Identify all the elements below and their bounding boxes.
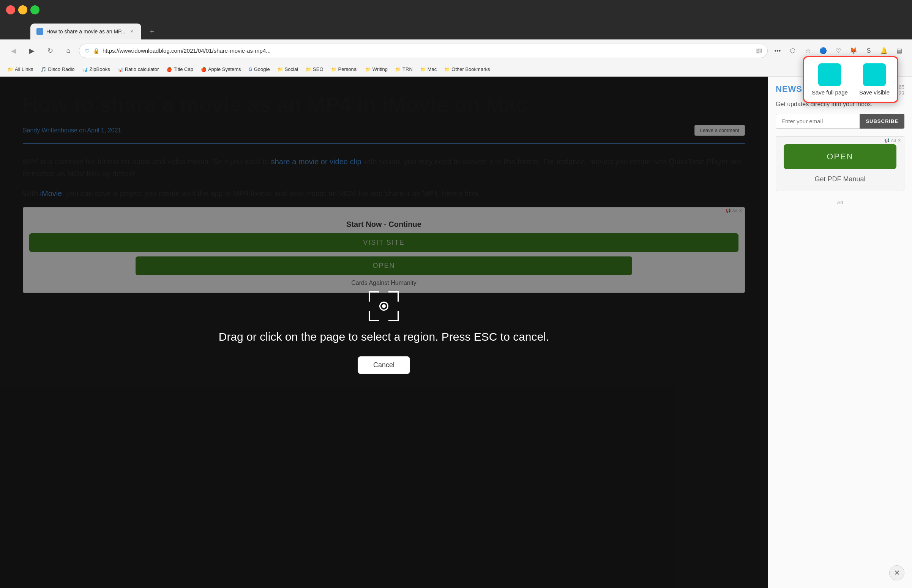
selection-overlay: Drag or click on the page to select a re… xyxy=(0,77,768,588)
bookmark-all-links[interactable]: 📁 All Links xyxy=(5,65,36,74)
forward-icon: ▶ xyxy=(29,47,34,55)
toolbar: ◀ ▶ ↻ ⌂ 🛡 🔒 https://www.idownloadblog.co… xyxy=(0,39,912,62)
page-area: How to share a movie as an MP4 in iMovie… xyxy=(0,77,912,588)
browser-tab[interactable]: How to share a movie as an MP... × xyxy=(31,24,141,39)
sidebar-ad-text: Ad xyxy=(891,138,896,143)
main-content: How to share a movie as an MP4 in iMovie… xyxy=(0,77,768,588)
crosshair-dot xyxy=(379,302,389,311)
email-input[interactable] xyxy=(776,114,860,129)
tab-close-button[interactable]: × xyxy=(128,28,135,35)
crosshair xyxy=(369,291,399,321)
bookmark-icon-disco-radio: 🎵 xyxy=(40,67,46,72)
shield-icon: 🛡 xyxy=(85,48,90,54)
get-pdf-text: Get PDF Manual xyxy=(815,175,865,183)
back-icon: ◀ xyxy=(11,47,16,55)
extension-button-1[interactable]: 🔵 xyxy=(816,44,830,58)
bookmark-social[interactable]: 📁 Social xyxy=(274,65,301,74)
bookmark-icon-ratio: 📊 xyxy=(118,67,123,72)
bookmark-title-cap[interactable]: 🍎 Title Cap xyxy=(163,65,196,74)
bookmark-mac[interactable]: 📁 Mac xyxy=(417,65,440,74)
bookmark-label-title-cap: Title Cap xyxy=(173,66,193,72)
bookmark-label-writing: Writing xyxy=(373,66,388,72)
bookmark-writing[interactable]: 📁 Writing xyxy=(362,65,391,74)
bookmark-icon-google: G xyxy=(249,66,253,72)
new-tab-button[interactable]: + xyxy=(144,24,159,39)
extension-icon-1: 🔵 xyxy=(820,47,827,54)
bookmark-other[interactable]: 📁 Other Bookmarks xyxy=(441,65,493,74)
tab-bar: How to share a movie as an MP... × + xyxy=(0,20,912,39)
sidebar-ad-footer: Ad xyxy=(776,199,904,206)
star-icon: ☆ xyxy=(805,47,811,54)
pocket-button[interactable]: ⬡ xyxy=(786,44,800,58)
bookmark-icon-all-links: 📁 xyxy=(8,67,13,72)
bookmark-disco-radio[interactable]: 🎵 Disco Radio xyxy=(37,65,78,74)
overlay-instruction: Drag or click on the page to select a re… xyxy=(219,329,549,345)
back-button[interactable]: ◀ xyxy=(6,43,21,58)
sidebar-ad-close[interactable]: ✕ xyxy=(897,138,901,143)
cancel-button[interactable]: Cancel xyxy=(358,356,410,374)
bookmark-icon-apple-systems: 🍎 xyxy=(201,67,207,72)
traffic-lights xyxy=(6,5,39,15)
extension-button-2[interactable]: ♡ xyxy=(831,44,845,58)
bookmark-icon-mac: 📁 xyxy=(420,67,426,72)
bookmark-apple-systems[interactable]: 🍎 Apple Systems xyxy=(198,65,244,74)
bookmark-google[interactable]: G Google xyxy=(246,65,273,74)
bookmark-label-social: Social xyxy=(285,66,298,72)
sidebar-open-button[interactable]: OPEN xyxy=(784,144,896,169)
save-popup: Save full page Save visible xyxy=(803,56,898,103)
address-bar[interactable]: 🛡 🔒 https://www.idownloadblog.com/2021/0… xyxy=(79,44,768,58)
bookmark-zipbooks[interactable]: 📊 ZipBooks xyxy=(79,65,113,74)
profile-icon: ▤ xyxy=(896,47,902,54)
extension-button-4[interactable]: S xyxy=(862,44,876,58)
save-visible-icon xyxy=(863,63,886,86)
bookmark-seo[interactable]: 📁 SEO xyxy=(303,65,326,74)
profile-button[interactable]: ▤ xyxy=(892,44,906,58)
toolbar-icons: ••• ⬡ ☆ 🔵 ♡ 🦊 S 🔔 ▤ xyxy=(771,44,906,58)
save-visible-label: Save visible xyxy=(859,89,889,95)
bookmark-label-ratio: Ratio calculator xyxy=(125,66,159,72)
bookmark-icon-personal: 📁 xyxy=(331,67,337,72)
extension-button-3[interactable]: 🦊 xyxy=(847,44,860,58)
bookmark-label-zipbooks: ZipBooks xyxy=(90,66,110,72)
notification-icon: 🔔 xyxy=(880,47,888,54)
address-text: https://www.idownloadblog.com/2021/04/01… xyxy=(102,47,753,54)
sidebar-ad-label: 📢 Ad ✕ xyxy=(884,138,901,143)
refresh-button[interactable]: ↻ xyxy=(42,43,58,58)
bookmark-star-button[interactable]: ☆ xyxy=(801,44,815,58)
save-full-page-icon xyxy=(818,63,841,86)
bookmark-personal[interactable]: 📁 Personal xyxy=(328,65,361,74)
close-bottom-button[interactable]: ✕ xyxy=(889,565,904,580)
bookmarks-bar: 📁 All Links 🎵 Disco Radio 📊 ZipBooks 📊 R… xyxy=(0,62,912,77)
bookmark-icon-other: 📁 xyxy=(444,67,450,72)
lock-icon: 🔒 xyxy=(93,48,99,54)
forward-button[interactable]: ▶ xyxy=(24,43,39,58)
home-button[interactable]: ⌂ xyxy=(61,43,76,58)
crosshair-corner-bl xyxy=(369,311,379,321)
notification-button[interactable]: 🔔 xyxy=(877,44,891,58)
email-subscribe-row: SUBSCRIBE xyxy=(776,114,904,129)
save-visible-option[interactable]: Save visible xyxy=(859,63,889,95)
close-button[interactable] xyxy=(6,5,15,15)
subscribe-button[interactable]: SUBSCRIBE xyxy=(860,114,904,129)
minimize-button[interactable] xyxy=(18,5,28,15)
bookmark-icon-title-cap: 🍎 xyxy=(166,67,172,72)
extension-icon-3: 🦊 xyxy=(850,47,857,54)
bookmark-icon-writing: 📁 xyxy=(365,67,371,72)
bookmark-label-other: Other Bookmarks xyxy=(452,66,490,72)
more-button[interactable]: ••• xyxy=(771,44,784,58)
extension-icon-2: ♡ xyxy=(836,47,841,54)
sidebar: NEWSLETTER 1065 223 Get updates directly… xyxy=(768,77,912,588)
bookmark-label-google: Google xyxy=(254,66,270,72)
save-full-page-option[interactable]: Save full page xyxy=(812,63,848,95)
maximize-button[interactable] xyxy=(31,5,39,15)
crosshair-corner-tr xyxy=(389,291,399,302)
bookmark-trn[interactable]: 📁 TRN xyxy=(392,65,416,74)
save-full-page-label: Save full page xyxy=(812,89,848,95)
extension-icon-4: S xyxy=(867,47,871,54)
crosshair-corner-tl xyxy=(369,291,379,302)
bookmark-label-trn: TRN xyxy=(402,66,413,72)
reader-icon: 📰 xyxy=(756,48,762,54)
more-icon: ••• xyxy=(774,47,781,54)
bookmark-ratio-calculator[interactable]: 📊 Ratio calculator xyxy=(115,65,162,74)
content-wrapper: How to share a movie as an MP4 in iMovie… xyxy=(0,77,912,588)
